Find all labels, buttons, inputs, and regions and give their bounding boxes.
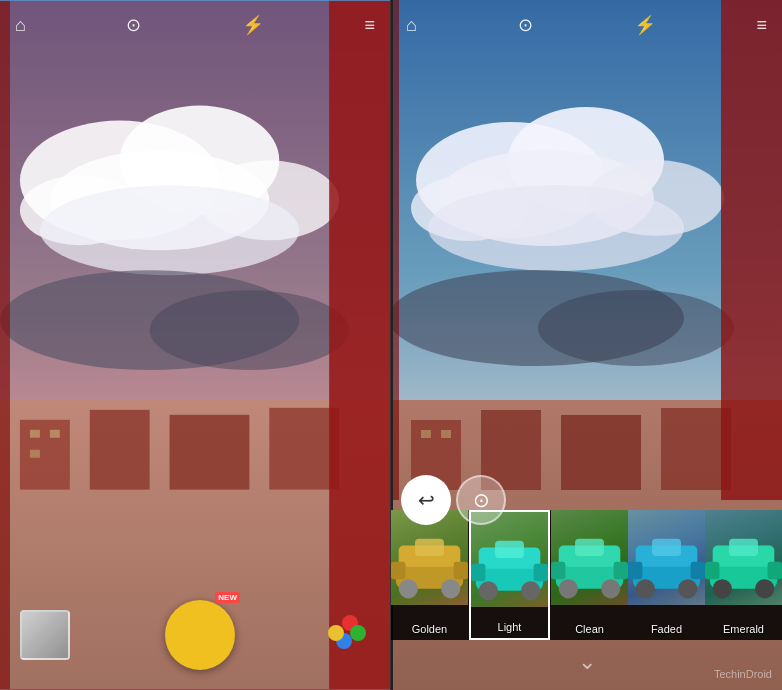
filter-thumb-light [471,512,548,607]
flash-icon-left[interactable]: ⚡ [242,14,264,36]
svg-rect-59 [575,539,604,556]
undo-button[interactable]: ↩ [401,475,451,525]
svg-point-63 [678,579,697,598]
filter-label-light: Light [498,621,522,633]
svg-rect-43 [391,562,405,579]
color-yellow [328,625,344,641]
svg-point-22 [416,122,606,238]
chevron-down-icon[interactable]: ⌄ [578,649,596,675]
svg-point-62 [636,579,655,598]
svg-point-27 [428,185,684,271]
home-icon-right[interactable]: ⌂ [406,15,417,36]
svg-rect-50 [471,564,485,581]
filter-item-faded[interactable]: Faded [628,510,705,640]
svg-rect-36 [441,430,451,438]
svg-rect-44 [454,562,468,579]
svg-rect-64 [628,562,642,579]
svg-point-69 [713,579,732,598]
svg-point-41 [399,579,418,598]
svg-rect-73 [729,539,758,556]
menu-icon-right[interactable]: ≡ [756,15,767,36]
camera-rotate-icon-right[interactable]: ⊙ [518,14,533,36]
filter-label-golden: Golden [412,623,447,635]
shutter-container: NEW [165,600,235,670]
filter-strip: Golden Light [391,510,782,640]
shutter-button[interactable] [165,600,235,670]
svg-rect-57 [551,562,565,579]
bottom-controls-left: NEW [0,600,390,670]
camera-capture-button[interactable]: ⊙ [456,475,506,525]
svg-point-25 [411,175,527,241]
svg-rect-71 [705,562,719,579]
svg-rect-65 [691,562,705,579]
menu-icon-left[interactable]: ≡ [364,15,375,36]
watermark: TechinDroid [714,668,772,680]
svg-rect-35 [421,430,431,438]
svg-point-55 [559,579,578,598]
filter-controls: ↩ ⊙ [391,475,782,525]
svg-point-24 [438,150,654,246]
flash-icon-right[interactable]: ⚡ [634,14,656,36]
svg-point-29 [538,290,734,366]
filter-item-golden[interactable]: Golden [391,510,468,640]
svg-point-70 [755,579,774,598]
svg-point-48 [479,581,498,600]
filter-item-clean[interactable]: Clean [551,510,628,640]
filter-label-clean: Clean [575,623,604,635]
camera-background [0,0,390,690]
filter-label-emerald: Emerald [723,623,764,635]
left-header: ⌂ ⊙ ⚡ ≡ [0,0,390,50]
home-icon-left[interactable]: ⌂ [15,15,26,36]
filter-label-faded: Faded [651,623,682,635]
camera-rotate-icon-left[interactable]: ⊙ [126,14,141,36]
svg-point-26 [588,160,724,236]
svg-rect-45 [415,539,444,556]
svg-rect-37 [721,0,782,500]
filter-item-emerald[interactable]: Emerald [705,510,782,640]
svg-point-49 [521,581,540,600]
gallery-thumbnail[interactable] [20,610,70,660]
svg-rect-52 [495,541,524,558]
svg-rect-72 [768,562,782,579]
svg-rect-58 [614,562,628,579]
svg-point-28 [391,270,684,366]
right-panel: ⌂ ⊙ ⚡ ≡ ↩ ⊙ Golden [391,0,782,690]
right-header: ⌂ ⊙ ⚡ ≡ [391,0,782,50]
svg-rect-51 [534,564,548,581]
svg-point-23 [508,107,664,213]
color-green [350,625,366,641]
color-mode-picker[interactable] [330,615,370,655]
svg-point-56 [601,579,620,598]
left-panel: ⌂ ⊙ ⚡ ≡ NEW [0,0,391,690]
filter-item-light[interactable]: Light [469,510,550,640]
thumbnail-image [22,612,68,658]
svg-point-42 [441,579,460,598]
new-badge: NEW [215,592,240,603]
svg-rect-66 [652,539,681,556]
